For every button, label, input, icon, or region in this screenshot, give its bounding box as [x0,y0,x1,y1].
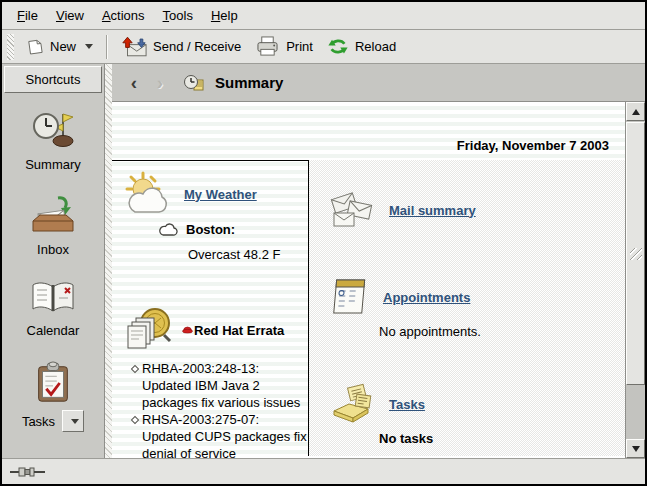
weather-location: Boston: [186,222,235,237]
new-button[interactable]: New [19,35,100,59]
summary-folder-icon [183,73,205,93]
appointments-section: Appointments No appointments. [329,276,625,339]
scroll-thumb[interactable] [626,122,645,385]
tasks-empty-text: No tasks [379,431,625,446]
folder-title-bar: ‹ › Summary [112,64,645,102]
weather-icon [122,171,172,217]
status-bar [2,458,645,484]
errata-icon [122,306,174,354]
print-icon [255,36,280,57]
redhat-icon [182,325,193,335]
scroll-down-button[interactable] [626,439,645,458]
print-label: Print [286,39,313,54]
work-area: ‹ › Summary Friday, November 7 2003 [112,64,645,458]
evolution-window: File View Actions Tools Help New [0,0,647,486]
errata-item[interactable]: RHSA-2003:275-07: Updated CUPS packages … [132,411,308,458]
inbox-shortcut-icon [29,195,77,237]
arrow-up-icon [632,109,640,115]
toolbar-grip[interactable] [7,34,14,60]
shortcut-sidebar: Shortcuts Summary [2,64,105,458]
menubar: File View Actions Tools Help [2,2,645,30]
tasks-section: Tasks No tasks [329,383,625,446]
chevron-down-icon [71,419,79,424]
toolbar: New Send / Receive Print [2,30,645,64]
tasks-icon [329,383,375,425]
shortcuts-group-label: Shortcuts [26,72,81,87]
print-button[interactable]: Print [248,33,320,60]
menu-view[interactable]: View [47,3,93,28]
calendar-shortcut-icon [29,280,77,318]
shortcut-group-dropdown-button[interactable] [62,410,84,432]
left-column: My Weather Boston: Overcast 48.2 F [112,160,308,456]
mail-summary-section: Mail summary [329,190,625,230]
new-button-label: New [50,39,76,54]
mail-summary-icon [329,190,375,230]
arrow-down-icon [632,446,640,452]
new-dropdown-arrow-icon [85,44,93,49]
menu-tools[interactable]: Tools [154,3,202,28]
weather-section: My Weather Boston: Overcast 48.2 F [122,171,308,262]
sidebar-item-tasks-label: Tasks [22,414,55,429]
reload-button[interactable]: Reload [320,33,403,60]
new-note-icon [26,38,44,56]
send-receive-icon [121,36,147,57]
tasks-row: Tasks [22,410,84,432]
errata-list: RHBA-2003:248-13: Updated IBM Java 2 pac… [132,360,308,458]
summary-body: Friday, November 7 2003 [112,102,645,458]
menu-help[interactable]: Help [202,3,247,28]
tasks-shortcut-icon [33,361,73,405]
sidebar-item-inbox[interactable]: Inbox [29,195,77,257]
appointments-icon [329,276,369,318]
right-column: Mail summary [308,160,625,456]
sidebar-item-inbox-label: Inbox [37,242,69,257]
errata-title-row: Red Hat Errata [182,323,284,338]
sidebar-item-summary[interactable]: Summary [25,108,81,172]
errata-title: Red Hat Errata [194,323,284,338]
pane-splitter[interactable] [105,64,112,458]
menu-actions[interactable]: Actions [93,3,154,28]
scroll-up-button[interactable] [626,102,645,121]
back-button[interactable]: ‹ [125,74,143,92]
summary-content: Friday, November 7 2003 [112,102,625,458]
scroll-thumb-grip-icon [630,248,642,260]
main-area: Shortcuts Summary [2,64,645,458]
shortcuts-group-button[interactable]: Shortcuts [4,66,102,93]
reload-label: Reload [355,39,396,54]
summary-shortcut-icon [30,108,76,152]
summary-columns: My Weather Boston: Overcast 48.2 F [112,160,625,456]
cloud-condition-icon [158,223,178,237]
sidebar-item-summary-label: Summary [25,157,81,172]
toolbar-separator [106,35,108,59]
tasks-link[interactable]: Tasks [389,397,425,412]
my-weather-link[interactable]: My Weather [184,187,257,202]
sidebar-item-calendar[interactable]: Calendar [27,280,80,338]
weather-condition: Overcast 48.2 F [188,247,308,262]
mail-summary-link[interactable]: Mail summary [389,203,476,218]
errata-item[interactable]: RHBA-2003:248-13: Updated IBM Java 2 pac… [132,360,308,411]
send-receive-label: Send / Receive [153,39,241,54]
send-receive-button[interactable]: Send / Receive [114,33,248,60]
shortcut-list: Summary Inbox [2,95,104,458]
errata-section: Red Hat Errata RHBA-2003:248-13: Updated… [122,306,308,458]
scroll-track[interactable] [626,121,645,439]
forward-button[interactable]: › [151,74,169,92]
folder-title: Summary [215,74,283,91]
sidebar-item-tasks[interactable]: Tasks [22,361,84,432]
menu-file[interactable]: File [8,3,47,28]
appointments-empty-text: No appointments. [379,324,625,339]
appointments-link[interactable]: Appointments [383,290,470,305]
date-heading: Friday, November 7 2003 [112,102,625,160]
reload-icon [327,36,349,57]
sidebar-item-calendar-label: Calendar [27,323,80,338]
vertical-scrollbar [625,102,645,458]
online-status-connector-icon[interactable] [10,466,46,478]
